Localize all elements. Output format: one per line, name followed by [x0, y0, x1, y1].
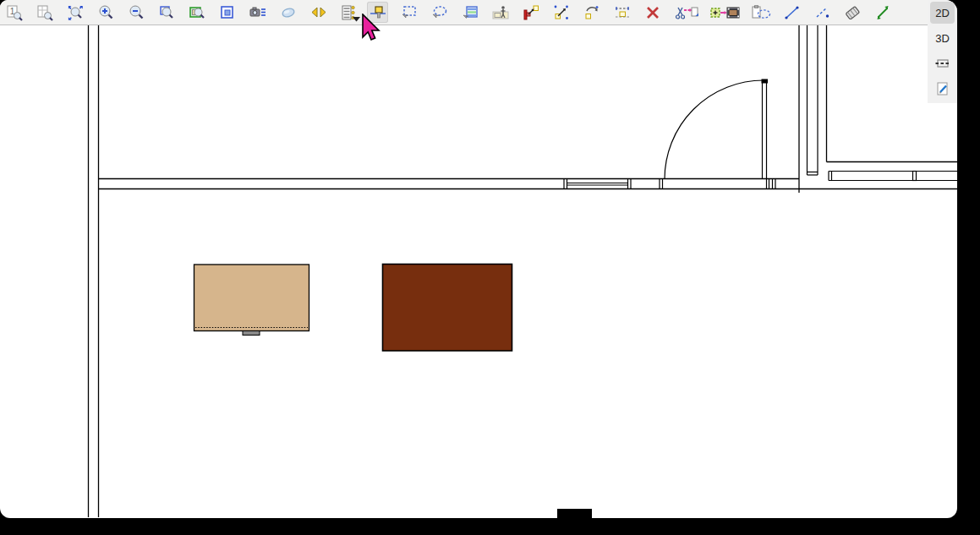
zoom-region-button[interactable] — [216, 2, 238, 23]
main-toolbar: 1 — [0, 0, 928, 25]
resize-object-icon — [552, 3, 571, 22]
window-right-wall[interactable] — [808, 25, 818, 175]
draw-line-button[interactable] — [781, 2, 802, 23]
copy-to-image-icon — [709, 3, 742, 22]
bring-to-front-icon — [522, 3, 540, 22]
left-wall[interactable] — [89, 25, 99, 517]
dimension-arrow-button[interactable] — [872, 2, 893, 23]
cut-to-clipboard-icon — [675, 3, 698, 22]
paste-shape-button[interactable] — [749, 2, 773, 23]
zoom-in-icon — [96, 3, 115, 22]
cursor-arrow — [363, 14, 379, 40]
zoom-selection-button[interactable] — [186, 2, 207, 23]
furniture-desk[interactable] — [194, 265, 309, 336]
view-2d-button[interactable]: 2D — [930, 2, 955, 24]
section-levels-button[interactable] — [930, 52, 955, 74]
view-switcher-panel: 2D 3D — [928, 0, 957, 103]
zoom-window-button[interactable] — [156, 2, 177, 23]
door-hinge-cap — [762, 79, 769, 84]
align-object-button[interactable] — [611, 2, 632, 23]
zoom-fit-all-button[interactable] — [64, 2, 85, 23]
edit-notes-icon — [934, 80, 951, 97]
zoom-selection-icon — [188, 3, 206, 22]
zoom-page-button[interactable] — [34, 2, 55, 23]
draw-guide-line-icon — [813, 3, 832, 22]
zoom-out-button[interactable] — [125, 2, 146, 23]
edit-notes-button[interactable] — [930, 78, 955, 100]
door-swing-arc — [665, 80, 764, 179]
tape-measure-button[interactable] — [841, 2, 862, 23]
zoom-actual-size-button[interactable]: 1 — [3, 2, 25, 23]
dimension-arrow-icon — [873, 3, 892, 22]
door-top-wall[interactable] — [660, 79, 775, 189]
zoom-page-icon — [36, 3, 54, 22]
section-levels-icon — [934, 55, 951, 72]
step-objects-icon — [309, 3, 328, 22]
paste-shape-icon — [750, 3, 772, 22]
photo-list-button[interactable] — [247, 2, 268, 23]
draw-guide-line-button[interactable] — [812, 2, 833, 23]
rotate-object-button[interactable] — [581, 2, 602, 23]
zoom-fit-all-icon — [66, 3, 85, 22]
cut-to-clipboard-button[interactable] — [674, 2, 699, 23]
select-rectangle-icon — [400, 3, 419, 22]
bring-to-front-button[interactable] — [520, 2, 541, 23]
view-3d-button[interactable]: 3D — [930, 27, 955, 49]
window-top-wall[interactable] — [564, 179, 631, 189]
photo-list-icon — [249, 3, 267, 22]
ellipse-view-icon — [279, 3, 298, 22]
rotate-object-icon — [583, 3, 601, 22]
select-rows-icon — [461, 3, 479, 22]
object-list-dropdown-arrow[interactable] — [353, 10, 360, 15]
chevron-down-icon — [353, 17, 360, 22]
delete-button[interactable] — [642, 2, 663, 23]
floor-plan-canvas[interactable] — [0, 0, 957, 518]
desk-front-tab — [243, 331, 260, 336]
draw-line-icon — [783, 3, 802, 22]
align-object-icon — [613, 3, 632, 22]
select-rectangle-button[interactable] — [398, 2, 419, 23]
copy-to-image-button[interactable] — [709, 2, 742, 23]
step-objects-button[interactable] — [308, 2, 329, 23]
select-ellipse-icon — [430, 3, 449, 22]
furniture-table[interactable] — [383, 265, 512, 352]
walk-through-icon — [491, 3, 510, 22]
zoom-out-icon — [127, 3, 145, 22]
app-window: 1 — [0, 0, 957, 518]
zoom-window-icon — [157, 3, 176, 22]
mouse-cursor — [361, 14, 381, 42]
select-rows-button[interactable] — [459, 2, 480, 23]
tape-measure-icon — [843, 3, 862, 22]
zoom-region-icon — [218, 3, 237, 22]
ellipse-view-button[interactable] — [277, 2, 298, 23]
walk-through-button[interactable] — [490, 2, 511, 23]
zoom-in-button[interactable] — [95, 2, 116, 23]
resize-object-button[interactable] — [550, 2, 572, 23]
select-ellipse-button[interactable] — [429, 2, 450, 23]
delete-icon — [643, 3, 662, 22]
zoom-actual-size-icon: 1 — [5, 3, 24, 22]
window-upper-right-wall[interactable] — [829, 172, 957, 181]
scrollbar-thumb[interactable] — [557, 509, 592, 518]
right-wall[interactable] — [799, 25, 827, 193]
